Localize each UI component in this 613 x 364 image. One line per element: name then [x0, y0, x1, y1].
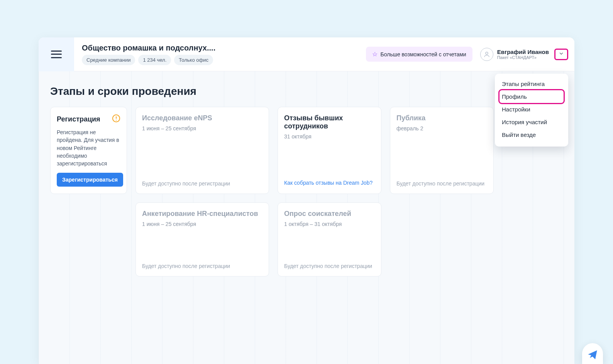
card-title-text: Исследование eNPS	[142, 114, 212, 122]
dropdown-item-settings[interactable]: Настройки	[500, 103, 564, 116]
dropdown-item-profile[interactable]: Профиль	[500, 90, 564, 103]
card-title-text: Анкетирование HR-специалистов	[142, 210, 258, 218]
card-reviews: Отзывы бывших сотрудников 31 октября Как…	[278, 107, 381, 194]
company-tags: Средние компании 1 234 чел. Только офис	[82, 55, 215, 65]
card-enps: Исследование eNPS 1 июня – 25 сентября Б…	[135, 107, 269, 194]
register-button[interactable]: Зарегистрироваться	[57, 173, 123, 187]
card-title-text: Публика	[396, 114, 425, 122]
svg-point-3	[116, 120, 117, 120]
page-title: Этапы и сроки проведения	[50, 85, 563, 98]
telegram-fab[interactable]	[582, 343, 603, 364]
stage-grid: Регистрация Регистрация не пройдена. Для…	[50, 107, 563, 276]
paper-plane-icon	[587, 347, 598, 360]
user-name: Евграфий Иванов	[497, 49, 549, 55]
promo-reports-button[interactable]: ☆ Больше возможностей с отчетами	[366, 47, 472, 62]
card-dates: 1 июня – 25 сентября	[142, 221, 262, 227]
company-tag: 1 234 чел.	[138, 55, 171, 65]
locked-note: Будет доступно после регистрации	[284, 263, 375, 269]
promo-label: Больше возможностей с отчетами	[381, 51, 466, 57]
card-applicants: Опрос соискателей 1 октября – 31 октября…	[278, 202, 381, 276]
locked-note: Будет доступно после регистрации	[142, 263, 262, 269]
card-dates: 1 октября – 31 октября	[284, 221, 375, 227]
star-icon: ☆	[372, 51, 378, 58]
card-title-text: Отзывы бывших сотрудников	[284, 114, 375, 130]
user-menu-toggle[interactable]	[554, 49, 568, 60]
company-block: Общество ромашка и подсолнух.... Средние…	[82, 44, 215, 65]
card-description: Регистрация не пройдена. Для участия в н…	[57, 128, 120, 167]
app-header: Общество ромашка и подсолнух.... Средние…	[39, 37, 574, 71]
svg-point-0	[486, 52, 488, 54]
locked-note: Будет доступно после регистрации	[142, 180, 262, 187]
card-dates: 31 октября	[284, 133, 375, 140]
card-title-text: Регистрация	[57, 115, 100, 123]
card-publication: Публика февраль 2 Будет доступно после р…	[390, 107, 494, 194]
company-tag: Только офис	[174, 55, 213, 65]
user-plan: Пакет «СТАНДАРТ»	[497, 55, 549, 60]
user-dropdown: Этапы рейтинга Профиль Настройки История…	[495, 74, 568, 147]
card-title-text: Опрос соискателей	[284, 210, 351, 218]
card-link-dreamjob[interactable]: Как собрать отзывы на Dream Job?	[284, 179, 375, 187]
menu-button-cell	[39, 37, 74, 71]
dropdown-item-logout-all[interactable]: Выйти везде	[500, 128, 564, 141]
card-registration: Регистрация Регистрация не пройдена. Для…	[50, 107, 127, 194]
company-title: Общество ромашка и подсолнух....	[82, 44, 215, 52]
chevron-down-icon	[559, 51, 564, 58]
dropdown-item-history[interactable]: История участий	[500, 116, 564, 128]
user-cluster: Евграфий Иванов Пакет «СТАНДАРТ»	[480, 48, 568, 61]
alert-icon	[112, 114, 120, 125]
dropdown-item-stages[interactable]: Этапы рейтинга	[500, 78, 564, 90]
card-dates: 1 июня – 25 сентября	[142, 125, 262, 131]
user-text: Евграфий Иванов Пакет «СТАНДАРТ»	[497, 49, 549, 60]
card-hr-survey: Анкетирование HR-специалистов 1 июня – 2…	[135, 202, 269, 276]
content-area: Этапы и сроки проведения Регистрация Рег…	[39, 71, 574, 364]
locked-note: Будет доступно после регистрации	[396, 180, 487, 187]
company-tag: Средние компании	[82, 55, 135, 65]
avatar-icon	[480, 48, 493, 61]
menu-button[interactable]	[51, 51, 62, 58]
card-dates: февраль 2	[396, 125, 487, 131]
app-frame: Общество ромашка и подсолнух.... Средние…	[39, 37, 574, 364]
